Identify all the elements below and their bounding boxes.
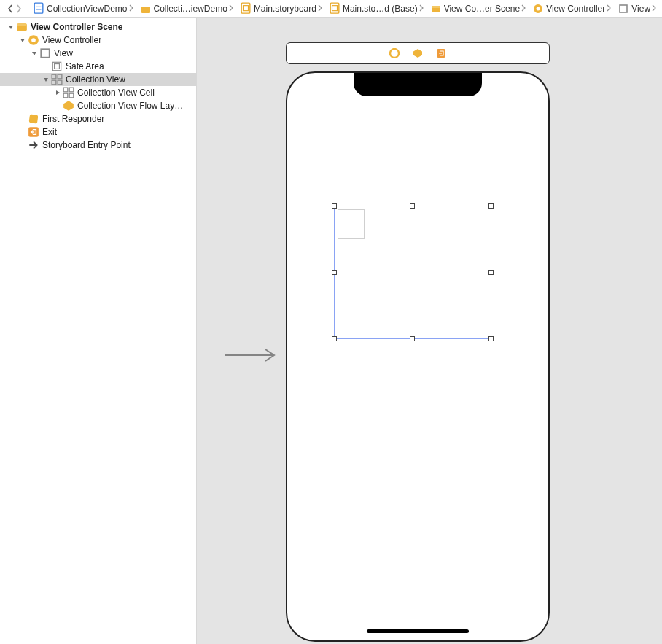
outline-exit[interactable]: Exit <box>0 125 196 139</box>
outline-collection-view[interactable]: Collection View <box>0 73 196 86</box>
resize-handle[interactable] <box>332 203 337 209</box>
device-notch <box>354 73 482 96</box>
breadcrumb-view[interactable]: View <box>617 4 662 14</box>
entry-point-arrow-icon[interactable] <box>223 347 281 365</box>
outline-label: Collection View <box>66 74 125 85</box>
outline-label: View Controller Scene <box>31 22 123 32</box>
scene-icon <box>16 21 28 33</box>
chevron-right-icon <box>129 4 136 14</box>
folder-icon <box>141 4 151 14</box>
breadcrumb-folder[interactable]: Collecti…iewDemo <box>139 4 239 14</box>
scene-dock[interactable] <box>286 42 550 64</box>
svg-rect-22 <box>55 64 60 69</box>
svg-marker-31 <box>63 101 74 111</box>
first-responder-icon[interactable] <box>413 48 423 58</box>
outline-label: Collection View Cell <box>77 88 155 98</box>
svg-rect-23 <box>52 74 56 79</box>
breadcrumb-label: Main.sto…d (Base) <box>343 4 418 14</box>
outline-collection-view-cell[interactable]: Collection View Cell <box>0 86 196 99</box>
svg-rect-17 <box>17 23 27 26</box>
document-outline[interactable]: View Controller Scene View Controller Vi… <box>0 18 197 644</box>
breadcrumb-label: Main.storyboard <box>254 4 316 14</box>
exit-icon[interactable] <box>436 48 446 58</box>
scene-icon <box>431 4 441 14</box>
svg-rect-5 <box>36 7 42 7</box>
outline-scene[interactable]: View Controller Scene <box>0 20 196 34</box>
safe-area-icon <box>51 61 63 72</box>
chevron-right-icon <box>229 4 236 14</box>
arrow-right-icon <box>28 139 39 151</box>
disclosure-down-icon[interactable] <box>7 23 15 31</box>
flow-layout-icon <box>63 100 74 112</box>
view-icon <box>39 47 51 59</box>
breadcrumb-label: CollectionViewDemo <box>47 4 128 14</box>
disclosure-down-icon[interactable] <box>19 36 26 44</box>
resize-handle[interactable] <box>488 336 494 341</box>
outline-label: First Responder <box>42 114 104 124</box>
outline-view-controller[interactable]: View Controller <box>0 34 196 47</box>
chevron-right-icon <box>607 4 614 14</box>
breadcrumb-label: View <box>631 4 650 14</box>
disclosure-down-icon[interactable] <box>42 76 50 83</box>
chevron-right-icon <box>652 4 659 14</box>
resize-handle[interactable] <box>332 270 337 275</box>
storyboard-canvas[interactable] <box>197 18 662 644</box>
outline-label: Storyboard Entry Point <box>42 140 131 150</box>
outline-label: Exit <box>42 127 57 137</box>
collection-view-icon <box>51 74 63 85</box>
view-icon <box>618 4 628 14</box>
resize-handle[interactable] <box>410 336 415 341</box>
disclosure-down-icon[interactable] <box>31 50 38 57</box>
outline-view[interactable]: View <box>0 47 196 60</box>
svg-rect-20 <box>41 49 49 57</box>
outline-label: View <box>54 48 73 58</box>
breadcrumb-project[interactable]: CollectionViewDemo <box>32 4 139 14</box>
breadcrumb-base[interactable]: Main.sto…d (Base) <box>328 4 429 14</box>
svg-point-14 <box>537 7 540 10</box>
breadcrumb-label: Collecti…iewDemo <box>154 4 227 14</box>
breadcrumb-storyboard[interactable]: Main.storyboard <box>239 4 328 14</box>
disclosure-right-icon[interactable] <box>54 89 61 96</box>
outline-label: Collection View Flow Lay… <box>77 101 183 111</box>
collection-view-cell-placeholder[interactable] <box>338 209 365 239</box>
nav-forward-icon[interactable] <box>16 2 22 15</box>
storyboard-file-icon <box>330 4 340 14</box>
resize-handle[interactable] <box>410 203 415 209</box>
outline-label: View Controller <box>42 35 101 45</box>
resize-handle[interactable] <box>332 336 337 341</box>
exit-icon <box>28 126 39 138</box>
view-controller-icon[interactable] <box>389 48 400 58</box>
resize-handle[interactable] <box>488 203 494 209</box>
svg-rect-4 <box>34 4 43 14</box>
svg-point-19 <box>31 38 36 42</box>
breadcrumb-scene[interactable]: View Co…er Scene <box>429 4 532 14</box>
resize-handle[interactable] <box>488 270 494 275</box>
svg-rect-29 <box>63 93 68 98</box>
project-file-icon <box>34 4 44 14</box>
jump-bar: CollectionViewDemo Collecti…iewDemo Main… <box>0 0 662 18</box>
device-frame[interactable] <box>286 71 550 642</box>
svg-rect-26 <box>58 80 62 85</box>
outline-flow-layout[interactable]: Collection View Flow Lay… <box>0 99 196 112</box>
storyboard-file-icon <box>241 4 251 14</box>
breadcrumb-label: View Controller <box>546 4 605 14</box>
collection-view-selection[interactable] <box>334 206 491 339</box>
svg-marker-35 <box>413 49 422 58</box>
outline-first-responder[interactable]: First Responder <box>0 112 196 125</box>
nav-back-icon[interactable] <box>7 2 13 15</box>
svg-rect-32 <box>29 115 39 124</box>
svg-rect-6 <box>36 9 42 10</box>
chevron-right-icon <box>318 4 325 14</box>
chevron-right-icon <box>419 4 427 14</box>
collection-view-icon <box>63 87 74 98</box>
breadcrumb-label: View Co…er Scene <box>444 4 521 14</box>
outline-entry-point[interactable]: Storyboard Entry Point <box>0 139 196 152</box>
svg-rect-15 <box>620 5 627 12</box>
svg-rect-24 <box>58 74 62 79</box>
home-indicator <box>367 629 469 633</box>
breadcrumb-controller[interactable]: View Controller <box>531 4 617 14</box>
outline-label: Safe Area <box>66 61 104 71</box>
svg-rect-25 <box>52 80 56 85</box>
outline-safe-area[interactable]: Safe Area <box>0 60 196 73</box>
svg-rect-28 <box>69 88 74 92</box>
